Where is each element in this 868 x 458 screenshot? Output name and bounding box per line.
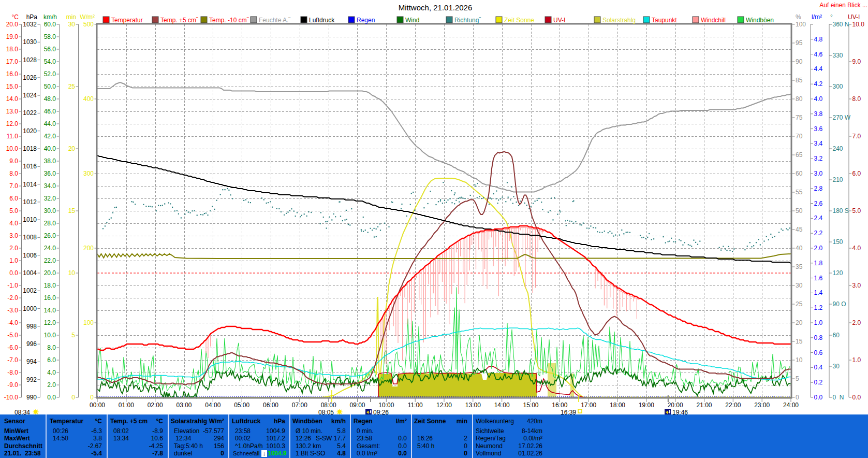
svg-text:1014: 1014 [23, 181, 37, 188]
svg-text:1.4: 1.4 [814, 289, 823, 296]
svg-text:20.0: 20.0 [44, 269, 56, 277]
svg-text:20: 20 [796, 319, 803, 326]
svg-text:992: 992 [26, 376, 37, 383]
svg-text:100: 100 [83, 319, 94, 326]
svg-text:52.0: 52.0 [44, 70, 56, 78]
svg-text:0 N: 0 N [833, 394, 844, 401]
svg-text:48.0: 48.0 [44, 95, 56, 103]
svg-text:23:00: 23:00 [754, 402, 770, 409]
svg-text:0.0: 0.0 [852, 394, 861, 401]
svg-text:19:00: 19:00 [639, 402, 654, 409]
svg-text:14.0: 14.0 [44, 307, 56, 314]
svg-text:36.0: 36.0 [44, 170, 56, 177]
svg-text:1002: 1002 [23, 287, 37, 294]
svg-text:-6.0: -6.0 [7, 344, 18, 351]
svg-text:Auf einen Blick ...: Auf einen Blick ... [819, 2, 867, 9]
svg-text:996: 996 [26, 340, 37, 348]
svg-text:40: 40 [796, 245, 803, 252]
svg-text:3.4: 3.4 [814, 140, 823, 147]
svg-text:°: ° [830, 13, 833, 21]
svg-text:210: 210 [833, 176, 843, 183]
svg-text:17.0: 17.0 [6, 58, 19, 65]
svg-text:-8.0: -8.0 [7, 369, 18, 376]
svg-text:09:00: 09:00 [349, 402, 365, 409]
svg-text:90: 90 [796, 58, 803, 65]
svg-text:3.0: 3.0 [852, 282, 861, 289]
svg-text:7.0: 7.0 [9, 182, 18, 190]
svg-text:2.0: 2.0 [852, 319, 861, 326]
svg-text:-9.0: -9.0 [7, 381, 18, 389]
svg-text:28.0: 28.0 [44, 220, 56, 227]
svg-text:-5.0: -5.0 [7, 332, 18, 339]
svg-text:24:00: 24:00 [783, 402, 799, 409]
svg-text:70: 70 [796, 133, 803, 140]
svg-text:2.0: 2.0 [47, 381, 56, 389]
svg-text:Taupunkt: Taupunkt [652, 17, 677, 24]
svg-text:2.0: 2.0 [814, 245, 823, 252]
svg-text:30: 30 [796, 282, 803, 289]
svg-text:75: 75 [796, 114, 803, 121]
svg-text:330: 330 [833, 52, 843, 59]
svg-text:UV-I: UV-I [553, 17, 565, 24]
svg-text:32.0: 32.0 [44, 195, 56, 202]
svg-text:500: 500 [83, 21, 94, 28]
svg-text:60: 60 [833, 332, 840, 339]
svg-text:01:00: 01:00 [119, 402, 134, 409]
svg-text:45: 45 [796, 226, 803, 233]
svg-text:20: 20 [68, 145, 76, 152]
svg-text:4.0: 4.0 [814, 95, 823, 103]
svg-text:1012: 1012 [23, 198, 37, 206]
svg-text:14:00: 14:00 [494, 402, 510, 409]
svg-text:998: 998 [26, 323, 37, 330]
svg-text:990: 990 [26, 394, 37, 401]
svg-text:-4.0: -4.0 [7, 319, 18, 326]
svg-text:50.0: 50.0 [44, 83, 56, 90]
svg-text:50: 50 [796, 207, 803, 214]
svg-text:1018: 1018 [23, 145, 37, 152]
svg-text:46.0: 46.0 [44, 108, 56, 115]
svg-text:Regen: Regen [357, 17, 375, 24]
svg-text:1004: 1004 [23, 269, 37, 277]
svg-text:60.0: 60.0 [44, 21, 56, 28]
svg-text:2.6: 2.6 [814, 200, 823, 207]
svg-text:11:00: 11:00 [408, 402, 423, 409]
svg-text:3.0: 3.0 [9, 232, 18, 239]
svg-text:16.0: 16.0 [44, 294, 56, 302]
svg-text:20:00: 20:00 [668, 402, 683, 409]
svg-text:1030: 1030 [23, 38, 37, 46]
svg-text:0: 0 [90, 394, 94, 401]
svg-text:hPa: hPa [26, 13, 38, 21]
svg-text:08:00: 08:00 [321, 402, 336, 409]
svg-text:0.0: 0.0 [9, 269, 18, 277]
svg-text:1010: 1010 [23, 216, 37, 223]
svg-text:04:00: 04:00 [205, 402, 220, 409]
svg-text:90 O: 90 O [833, 300, 846, 308]
svg-text:38.0: 38.0 [44, 158, 56, 165]
svg-text:1024: 1024 [23, 92, 37, 99]
svg-text:6.0: 6.0 [47, 356, 56, 364]
svg-text:20.0: 20.0 [6, 21, 19, 28]
svg-text:1006: 1006 [23, 252, 37, 259]
svg-text:15.0: 15.0 [6, 83, 19, 90]
svg-text:1.6: 1.6 [814, 275, 823, 282]
svg-text:13.0: 13.0 [6, 108, 19, 115]
svg-text:Wind: Wind [405, 17, 419, 24]
svg-text:Windchill: Windchill [701, 17, 726, 24]
svg-text:1016: 1016 [23, 163, 37, 170]
svg-text:-2.0: -2.0 [7, 294, 18, 302]
svg-text:8.0: 8.0 [47, 344, 56, 351]
svg-text:0.4: 0.4 [814, 364, 823, 371]
svg-text:24.0: 24.0 [44, 245, 56, 252]
svg-text:34.0: 34.0 [44, 182, 56, 190]
svg-text:Windböen: Windböen [746, 17, 774, 24]
svg-text:240: 240 [833, 145, 843, 152]
svg-text:3.8: 3.8 [814, 110, 823, 118]
svg-text:7.0: 7.0 [852, 133, 861, 140]
svg-text:0: 0 [796, 394, 799, 401]
svg-text:2.2: 2.2 [814, 230, 823, 237]
svg-text:5.0: 5.0 [852, 207, 861, 214]
svg-text:40.0: 40.0 [44, 145, 56, 152]
svg-text:4.4: 4.4 [814, 65, 823, 73]
svg-text:58.0: 58.0 [44, 33, 56, 40]
svg-text:4.2: 4.2 [814, 80, 823, 88]
